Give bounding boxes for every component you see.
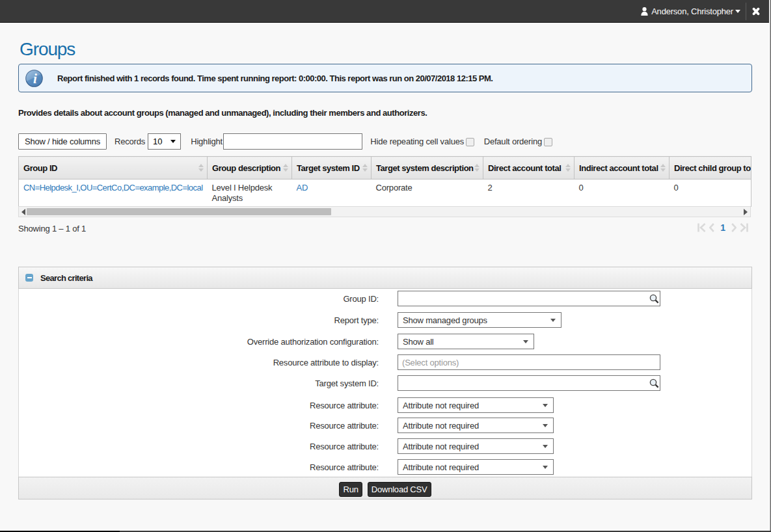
svg-text:i: i [33, 71, 37, 86]
